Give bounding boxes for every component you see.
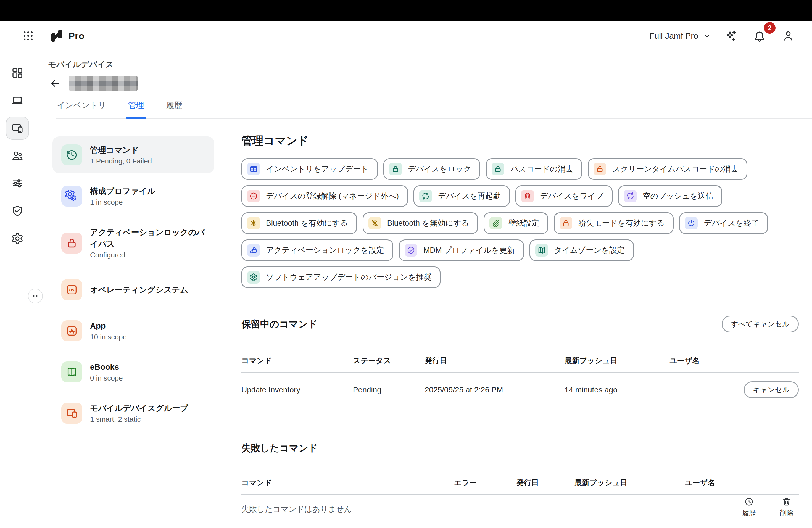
rail-dashboard-icon[interactable]	[6, 61, 29, 85]
site-selector[interactable]: Full Jamf Pro	[649, 31, 711, 41]
cell-command: Update Inventory	[242, 373, 353, 407]
rail-computers-icon[interactable]	[6, 89, 29, 112]
column-header-error: エラー	[454, 478, 517, 495]
restart-icon	[419, 190, 432, 202]
failed-commands-section: 失敗したコマンド コマンド エラー 発行日 最新プッシュ日	[242, 442, 799, 514]
app-launcher-grid-icon[interactable]	[19, 27, 38, 45]
divider	[242, 462, 799, 462]
panel-item-subtitle: Configured	[90, 251, 205, 259]
history-action-label: 履歴	[742, 509, 756, 517]
rail-users-icon[interactable]	[6, 144, 29, 167]
notifications-bell-icon[interactable]: 2	[750, 27, 769, 45]
tab-inventory[interactable]: インベントリ	[56, 97, 107, 118]
product-name: Pro	[69, 31, 85, 41]
panel-item-ebooks[interactable]: eBooks 0 in scope	[53, 353, 214, 390]
cancel-all-button[interactable]: すべてキャンセル	[722, 316, 799, 333]
chevron-down-icon	[702, 31, 711, 40]
tab-management[interactable]: 管理	[127, 97, 145, 118]
command-button-grid: インベントリをアップデート デバイスをロック パスコードの消去 スクリーンタイム…	[242, 158, 799, 288]
command-set-time-zone-button[interactable]: タイムゾーンを設定	[530, 239, 634, 261]
column-header-username: ユーザ名	[669, 356, 743, 373]
column-header-command: コマンド	[242, 356, 353, 373]
bluetooth-icon	[247, 217, 260, 230]
cancel-command-button[interactable]: キャンセル	[744, 381, 799, 398]
column-header-issued: 発行日	[425, 356, 565, 373]
column-header-issued: 発行日	[517, 478, 575, 495]
unlock-icon	[594, 163, 606, 175]
panel-item-subtitle: 1 in scope	[90, 198, 155, 207]
account-person-icon[interactable]	[779, 27, 798, 45]
rail-security-shield-icon[interactable]	[6, 200, 29, 223]
table-row: Update Inventory Pending 2025/09/25 at 2…	[242, 373, 799, 407]
notification-count-badge: 2	[764, 22, 775, 34]
rail-mobile-devices-icon[interactable]	[6, 117, 29, 140]
breadcrumb: モバイルデバイス	[48, 59, 812, 70]
app-store-icon	[61, 320, 82, 341]
command-enable-lost-mode-button[interactable]: 紛失モードを有効にする	[554, 212, 673, 234]
command-shut-down-device-button[interactable]: デバイスを終了	[679, 212, 768, 234]
jamf-pro-window: Pro Full Jamf Pro 2	[0, 0, 812, 528]
trash-icon	[521, 190, 534, 202]
cell-username	[669, 373, 743, 407]
tab-history[interactable]: 履歴	[165, 97, 184, 118]
jamf-pro-logo[interactable]: Pro	[50, 28, 85, 43]
command-lock-device-button[interactable]: デバイスをロック	[383, 158, 480, 180]
divider	[242, 340, 799, 340]
bluetooth-off-icon	[368, 217, 381, 230]
panel-item-subtitle: 1 smart, 2 static	[90, 415, 188, 424]
power-icon	[685, 217, 698, 230]
pending-commands-section: 保留中のコマンド すべてキャンセル コマンド ステータス 発行日	[242, 316, 799, 407]
history-action-button[interactable]: 履歴	[735, 497, 764, 517]
panel-item-operating-system[interactable]: オペレーティングシステム	[53, 272, 214, 308]
panel-item-title: 管理コマンド	[90, 144, 152, 156]
command-wipe-device-button[interactable]: デバイスをワイプ	[516, 185, 612, 207]
panel-item-app[interactable]: App 10 in scope	[53, 312, 214, 349]
lock-key-icon	[247, 244, 260, 256]
body: モバイルデバイス インベントリ 管理 履歴	[0, 52, 812, 527]
panel-item-configuration-profiles[interactable]: 構成プロファイル 1 in scope	[53, 178, 214, 214]
lock-icon	[560, 217, 572, 230]
top-black-bar	[0, 0, 812, 21]
tab-bar: インベントリ 管理 履歴	[56, 97, 812, 119]
failed-commands-table: コマンド エラー 発行日 最新プッシュ日 ユーザ名	[242, 478, 799, 495]
column-header-last-push: 最新プッシュ日	[565, 356, 669, 373]
delete-action-button[interactable]: 削除	[772, 497, 801, 517]
command-send-blank-push-button[interactable]: 空のプッシュを送信	[618, 185, 723, 207]
command-update-inventory-button[interactable]: インベントリをアップデート	[242, 158, 378, 180]
command-disable-bluetooth-button[interactable]: Bluetooth を無効にする	[363, 212, 478, 234]
panel-item-subtitle: 1 Pending, 0 Failed	[90, 157, 152, 165]
sidebar-collapse-toggle[interactable]	[28, 289, 43, 304]
back-arrow-icon[interactable]	[48, 76, 62, 91]
cell-last-push: 14 minutes ago	[565, 373, 669, 407]
management-sidebar-panel: 管理コマンド 1 Pending, 0 Failed 構成プロファイル 1 in…	[35, 119, 229, 527]
command-clear-passcode-button[interactable]: パスコードの消去	[486, 158, 582, 180]
site-selector-label: Full Jamf Pro	[649, 31, 698, 41]
delete-action-label: 削除	[780, 509, 794, 517]
command-unmanage-device-button[interactable]: デバイスの登録解除 (マネージド外へ)	[242, 185, 408, 207]
command-renew-mdm-profile-button[interactable]: MDM プロファイルを更新	[399, 239, 524, 261]
command-restart-device-button[interactable]: デバイスを再起動	[414, 185, 510, 207]
rail-configuration-sliders-icon[interactable]	[6, 172, 29, 195]
cell-issued: 2025/09/25 at 2:26 PM	[425, 373, 565, 407]
rail-settings-gear-icon[interactable]	[6, 227, 29, 250]
panel-item-title: 構成プロファイル	[90, 185, 155, 197]
command-suggest-software-update-version-button[interactable]: ソフトウェアアップデートのバージョンを推奨	[242, 266, 440, 288]
panel-item-activation-lock-bypass[interactable]: アクティベーションロックのバイパス Configured	[53, 219, 214, 267]
cell-status: Pending	[353, 373, 425, 407]
assistant-sparkles-icon[interactable]	[721, 27, 740, 45]
command-set-wallpaper-button[interactable]: 壁紙設定	[483, 212, 548, 234]
command-clear-screen-time-passcode-button[interactable]: スクリーンタイムパスコードの消去	[588, 158, 748, 180]
panel-item-management-commands[interactable]: 管理コマンド 1 Pending, 0 Failed	[53, 136, 214, 173]
command-set-activation-lock-button[interactable]: アクティベーションロックを設定	[242, 239, 393, 261]
paperclip-icon	[489, 217, 502, 230]
minus-circle-icon	[247, 190, 260, 202]
panel-item-mobile-device-groups[interactable]: モバイルデバイスグループ 1 smart, 2 static	[53, 395, 214, 431]
failed-commands-title: 失敗したコマンド	[242, 442, 318, 455]
panel-item-subtitle: 0 in scope	[90, 374, 123, 382]
clock-history-icon	[61, 144, 82, 165]
device-name-redacted	[69, 76, 137, 91]
command-enable-bluetooth-button[interactable]: Bluetooth を有効にする	[242, 212, 357, 234]
jamf-logo-icon	[50, 28, 63, 43]
left-icon-rail	[0, 52, 35, 527]
management-commands-main: 管理コマンド インベントリをアップデート デバイスをロック パスコードの消去 ス…	[229, 119, 812, 527]
